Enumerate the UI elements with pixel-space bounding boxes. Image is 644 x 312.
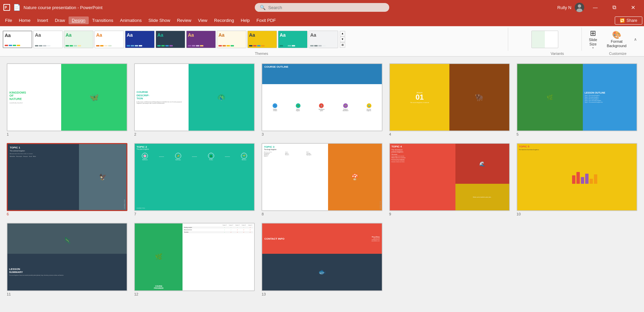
slide-panel[interactable]: KINGDOMSOFNATURE scientifically classifi… bbox=[0, 57, 644, 312]
slide-num-11: 11 bbox=[7, 292, 11, 296]
slide-size-arrow: ▼ bbox=[592, 46, 594, 49]
slide-thumb-10[interactable]: TOPIC 5 The bacteria & archaea kingdoms bbox=[517, 143, 637, 211]
variants-label: Variants bbox=[520, 51, 594, 56]
theme-6[interactable]: Aa bbox=[156, 31, 185, 48]
slide-num-3: 3 bbox=[261, 132, 264, 136]
user-name: Rully N bbox=[557, 5, 571, 10]
format-bg-icon: 🎨 bbox=[612, 31, 621, 39]
share-icon: 🔁 bbox=[620, 18, 625, 23]
menu-insert[interactable]: Insert bbox=[34, 16, 52, 24]
slide-wrapper-2: COURSEDESCRIP-TION In this course, we'll… bbox=[134, 63, 255, 136]
menu-home[interactable]: Home bbox=[15, 16, 34, 24]
slide-thumb-6[interactable]: 🦅 TOPIC 1 The animal kingdom Animals sha… bbox=[7, 143, 127, 211]
slide-num-6: 6 bbox=[7, 212, 9, 216]
theme-4[interactable]: Aa bbox=[94, 31, 124, 48]
slide-num-10: 10 bbox=[517, 212, 521, 216]
slide-wrapper-1: KINGDOMSOFNATURE scientifically classifi… bbox=[7, 63, 127, 136]
menu-foxit[interactable]: Foxit PDF bbox=[253, 16, 279, 24]
svg-point-3 bbox=[578, 4, 581, 8]
user-avatar bbox=[575, 3, 584, 12]
restore-button[interactable]: ⧉ bbox=[606, 0, 622, 15]
customize-area: ⊞ SlideSize ▼ 🎨 FormatBackground ∧ bbox=[582, 28, 641, 51]
slide-wrapper-12: 🌿 COURSEPROGRESS Lesson 1 Lesson 2 bbox=[134, 223, 255, 296]
theme-10[interactable]: Aa bbox=[278, 31, 308, 48]
slide-size-button[interactable]: ⊞ SlideSize ▼ bbox=[585, 28, 601, 51]
themes-scroll-down[interactable]: ▼ bbox=[340, 37, 345, 42]
share-button[interactable]: 🔁 Share bbox=[615, 16, 642, 25]
slides-grid: KINGDOMSOFNATURE scientifically classifi… bbox=[7, 63, 637, 296]
menu-file[interactable]: File bbox=[2, 16, 15, 24]
slide-thumb-8[interactable]: TOPIC 3 The fungi kingdom Mushroom dishe… bbox=[261, 143, 382, 211]
slide-num-2: 2 bbox=[134, 132, 136, 136]
search-box[interactable]: 🔍 bbox=[255, 3, 389, 12]
search-input[interactable] bbox=[268, 5, 383, 10]
menu-animations[interactable]: Animations bbox=[117, 16, 145, 24]
theme-3[interactable]: Aa bbox=[64, 31, 93, 48]
slide-thumb-2[interactable]: COURSEDESCRIP-TION In this course, we'll… bbox=[134, 63, 255, 131]
slide-thumb-11[interactable]: 🦎 LESSONSUMMARY The seven kingdoms of na… bbox=[7, 223, 127, 291]
format-bg-label: FormatBackground bbox=[607, 39, 627, 48]
variant-1[interactable] bbox=[531, 31, 558, 48]
themes-scroll: ▲ ▼ ⊞ bbox=[340, 31, 345, 48]
themes-label: Themes bbox=[3, 51, 520, 56]
theme-7[interactable]: Aa bbox=[186, 31, 216, 48]
menu-review[interactable]: Review bbox=[173, 16, 195, 24]
menu-help[interactable]: Help bbox=[237, 16, 253, 24]
menu-recording[interactable]: Recording bbox=[211, 16, 237, 24]
menu-transitions[interactable]: Transitions bbox=[89, 16, 117, 24]
titlebar-center: 🔍 bbox=[216, 3, 428, 12]
slide-thumb-12[interactable]: 🌿 COURSEPROGRESS Lesson 1 Lesson 2 bbox=[134, 223, 255, 291]
slide-thumb-5[interactable]: 🌿 LESSON OUTLINE Topic 1: The animal kin… bbox=[517, 63, 637, 131]
slide-num-1: 1 bbox=[7, 132, 9, 136]
format-background-button[interactable]: 🎨 FormatBackground bbox=[604, 29, 629, 49]
file-icon: 📄 bbox=[13, 4, 20, 11]
ribbon: Aa Aa bbox=[0, 26, 644, 57]
slide-num-5: 5 bbox=[517, 132, 519, 136]
powerpoint-icon: P bbox=[3, 4, 10, 11]
minimize-button[interactable]: — bbox=[588, 0, 603, 15]
variants-area bbox=[508, 28, 582, 51]
titlebar-right: Rully N — ⧉ ✕ bbox=[428, 0, 641, 15]
slide-thumb-7[interactable]: TOPIC 2 The plant kingdom 🌸 Malbhaedar 🌾 bbox=[134, 143, 255, 211]
themes-area: Aa Aa bbox=[3, 28, 508, 51]
menu-view[interactable]: View bbox=[195, 16, 211, 24]
search-icon: 🔍 bbox=[260, 5, 266, 10]
slide-size-icon: ⊞ bbox=[590, 29, 596, 38]
slide-thumb-1[interactable]: KINGDOMSOFNATURE scientifically classifi… bbox=[7, 63, 127, 131]
themes-scroll-up[interactable]: ▲ bbox=[340, 31, 345, 36]
theme-8[interactable]: Aa bbox=[217, 31, 246, 48]
app-title: Nature course presentation - PowerPoint bbox=[24, 5, 103, 10]
slide-thumb-9[interactable]: TOPIC 4 The chromista &protista kingdoms… bbox=[389, 143, 510, 211]
slide-thumb-3[interactable]: COURSE OUTLINE 🐾 Kingdomof nature bbox=[261, 63, 382, 131]
customize-label: Customize bbox=[594, 51, 641, 56]
theme-11[interactable]: Aa bbox=[309, 31, 338, 48]
slide-thumb-13[interactable]: CONTACT INFO Barry Klemz 206-555-5744 em… bbox=[261, 223, 382, 291]
slide-wrapper-4: lesson 01 The seven kingdoms of animals … bbox=[389, 63, 510, 136]
theme-9[interactable]: Aa bbox=[247, 31, 277, 48]
slide-num-7: 7 bbox=[134, 212, 136, 216]
themes-scroll-area: Aa Aa bbox=[3, 31, 338, 48]
menu-design[interactable]: Design bbox=[69, 16, 89, 24]
ribbon-collapse[interactable]: ∧ bbox=[632, 37, 639, 42]
titlebar: P 📄 Nature course presentation - PowerPo… bbox=[0, 0, 644, 15]
slide-wrapper-5: 🌿 LESSON OUTLINE Topic 1: The animal kin… bbox=[517, 63, 637, 136]
slide-thumb-4[interactable]: lesson 01 The seven kingdoms of animals … bbox=[389, 63, 510, 131]
svg-text:P: P bbox=[5, 6, 7, 9]
slide-num-9: 9 bbox=[389, 212, 391, 216]
slide-num-4: 4 bbox=[389, 132, 391, 136]
theme-2[interactable]: Aa bbox=[33, 31, 63, 48]
slide-num-8: 8 bbox=[261, 212, 264, 216]
slide-wrapper-3: COURSE OUTLINE 🐾 Kingdomof nature bbox=[261, 63, 382, 136]
slide-size-label: SlideSize bbox=[589, 38, 597, 46]
slide-wrapper-9: TOPIC 4 The chromista &protista kingdoms… bbox=[389, 143, 510, 216]
slide-wrapper-8: TOPIC 3 The fungi kingdom Mushroom dishe… bbox=[261, 143, 382, 216]
theme-default[interactable]: Aa bbox=[3, 31, 32, 48]
slide-wrapper-13: CONTACT INFO Barry Klemz 206-555-5744 em… bbox=[261, 223, 382, 296]
ribbon-labels: Themes Variants Customize bbox=[0, 51, 644, 56]
slide-wrapper-6: 🦅 TOPIC 1 The animal kingdom Animals sha… bbox=[7, 143, 127, 216]
themes-scroll-more[interactable]: ⊞ bbox=[340, 42, 345, 48]
menu-draw[interactable]: Draw bbox=[51, 16, 68, 24]
menu-slideshow[interactable]: Slide Show bbox=[145, 16, 173, 24]
close-button[interactable]: ✕ bbox=[625, 0, 641, 15]
theme-5[interactable]: Aa bbox=[125, 31, 155, 48]
